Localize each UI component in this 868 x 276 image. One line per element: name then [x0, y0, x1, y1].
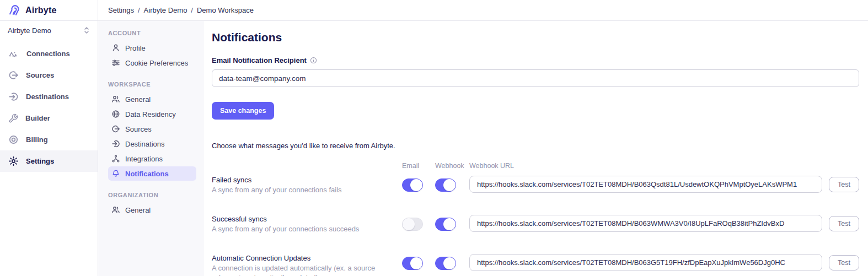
settings-nav-label: Data Residency	[125, 110, 176, 118]
auto-updates-webhook-url-input[interactable]	[469, 254, 822, 271]
workspace-name: Airbyte Demo	[8, 26, 51, 35]
breadcrumb: Settings / Airbyte Demo / Demo Workspace	[98, 0, 868, 21]
sidebar-item-label: Settings	[26, 157, 54, 165]
bell-icon	[111, 169, 120, 178]
integrations-icon	[111, 154, 120, 163]
sidebar-item-settings[interactable]: Settings	[0, 150, 98, 172]
column-header-webhook: Webhook	[435, 162, 469, 176]
settings-nav-item-profile[interactable]: Profile	[108, 41, 196, 55]
failed-syncs-test-button[interactable]: Test	[829, 177, 859, 192]
breadcrumb-item-demo-workspace[interactable]: Demo Workspace	[197, 6, 254, 14]
brand-name: Airbyte	[25, 6, 57, 15]
section-title: WORKSPACE	[108, 81, 196, 88]
failed-syncs-webhook-toggle[interactable]	[435, 178, 456, 192]
column-header-email: Email	[402, 162, 435, 176]
successful-syncs-test-cell: Test	[822, 215, 859, 251]
settings-nav-label: General	[125, 95, 151, 104]
settings-nav-item-destinations[interactable]: Destinations	[108, 137, 196, 151]
auto-updates-email-toggle[interactable]	[402, 257, 423, 270]
settings-nav-item-notifications[interactable]: Notifications	[108, 166, 196, 181]
toggle-knob	[410, 179, 422, 191]
auto-updates-test-button[interactable]: Test	[829, 255, 859, 270]
breadcrumb-separator: /	[138, 6, 140, 14]
toggle-knob	[443, 179, 456, 191]
notification-title: Successful syncs	[212, 215, 402, 223]
main-nav: Connections Sources Dest	[0, 43, 98, 172]
failed-syncs-webhook-url-input[interactable]	[469, 176, 822, 193]
toggle-knob	[403, 218, 415, 230]
successful-syncs-url-cell	[469, 215, 822, 252]
source-icon	[111, 125, 120, 133]
settings-nav-label: Profile	[125, 44, 146, 52]
billing-icon	[8, 134, 19, 145]
notification-subtitle: A sync from any of your connections succ…	[212, 225, 402, 234]
user-icon	[111, 44, 120, 52]
chevron-updown-icon	[83, 26, 90, 34]
settings-nav-section-workspace: WORKSPACE General	[108, 81, 196, 181]
email-recipient-input[interactable]	[212, 69, 859, 87]
sidebar-item-label: Destinations	[26, 93, 69, 101]
successful-syncs-webhook-cell	[435, 215, 469, 251]
sidebar-item-label: Billing	[26, 136, 48, 144]
users-icon	[111, 95, 120, 104]
notification-title: Automatic Connection Updates	[212, 254, 402, 262]
auto-updates-webhook-toggle[interactable]	[435, 257, 456, 270]
section-title: ORGANIZATION	[108, 192, 196, 198]
wrench-icon	[8, 113, 18, 123]
settings-nav-item-general[interactable]: General	[108, 92, 196, 106]
workspace-selector[interactable]: Airbyte Demo	[0, 21, 98, 40]
column-header-webhook-url: Webhook URL	[469, 162, 822, 176]
sidebar-item-sources[interactable]: Sources	[0, 64, 98, 86]
toggle-knob	[410, 257, 422, 269]
auto-updates-email-cell	[402, 254, 435, 276]
settings-nav-item-cookie-preferences[interactable]: Cookie Preferences	[108, 56, 196, 70]
settings-nav-label: Destinations	[125, 140, 165, 148]
successful-syncs-webhook-toggle[interactable]	[435, 218, 456, 231]
sidebar-item-label: Builder	[25, 114, 50, 122]
successful-syncs-test-button[interactable]: Test	[829, 216, 859, 231]
table-row-failed-syncs-label: Failed syncs A sync from any of your con…	[212, 176, 402, 215]
sidebar-item-destinations[interactable]: Destinations	[0, 86, 98, 107]
auto-updates-url-cell	[469, 254, 822, 276]
save-changes-button[interactable]: Save changes	[212, 102, 274, 120]
failed-syncs-webhook-cell	[435, 176, 469, 212]
successful-syncs-webhook-url-input[interactable]	[469, 215, 822, 232]
app-window: Airbyte Airbyte Demo	[0, 0, 868, 276]
toggle-knob	[443, 218, 456, 230]
breadcrumb-item-airbyte-demo[interactable]: Airbyte Demo	[144, 6, 187, 14]
notifications-description: Choose what messages you'd like to recei…	[212, 142, 859, 150]
auto-updates-webhook-cell	[435, 254, 469, 276]
toggle-knob	[443, 257, 456, 269]
failed-syncs-email-cell	[402, 176, 435, 212]
settings-nav-label: General	[125, 206, 151, 214]
settings-nav-label: Cookie Preferences	[125, 59, 188, 67]
table-row-successful-syncs-label: Successful syncs A sync from any of your…	[212, 215, 402, 254]
airbyte-octopus-icon	[8, 3, 22, 17]
connections-icon	[8, 48, 19, 59]
sidebar-item-connections[interactable]: Connections	[0, 43, 98, 64]
sidebar-item-builder[interactable]: Builder	[0, 107, 98, 129]
breadcrumb-item-settings[interactable]: Settings	[108, 6, 134, 14]
settings-nav-item-sources[interactable]: Sources	[108, 122, 196, 136]
sidebar-item-label: Sources	[26, 71, 54, 79]
notifications-table: Email Webhook Webhook URL Failed syncs A…	[212, 162, 859, 276]
source-icon	[8, 70, 19, 80]
destination-icon	[8, 91, 19, 102]
gear-icon	[8, 156, 19, 166]
settings-nav-label: Sources	[125, 125, 152, 133]
main-sidebar: Airbyte Airbyte Demo	[0, 0, 98, 276]
successful-syncs-email-toggle[interactable]	[402, 218, 423, 231]
settings-nav-section-organization: ORGANIZATION General	[108, 192, 196, 217]
settings-nav-item-integrations[interactable]: Integrations	[108, 151, 196, 166]
settings-nav-section-account: ACCOUNT Profile	[108, 30, 196, 70]
sidebar-item-billing[interactable]: Billing	[0, 129, 98, 150]
notification-subtitle: A sync from any of your connections fail…	[212, 186, 402, 195]
info-icon	[310, 57, 317, 64]
section-title: ACCOUNT	[108, 30, 196, 36]
failed-syncs-email-toggle[interactable]	[402, 178, 423, 192]
settings-nav-item-data-residency[interactable]: Data Residency	[108, 107, 196, 121]
users-icon	[111, 205, 120, 214]
brand-logo[interactable]: Airbyte	[0, 0, 98, 21]
settings-nav-item-org-general[interactable]: General	[108, 203, 196, 217]
destination-icon	[111, 139, 120, 148]
